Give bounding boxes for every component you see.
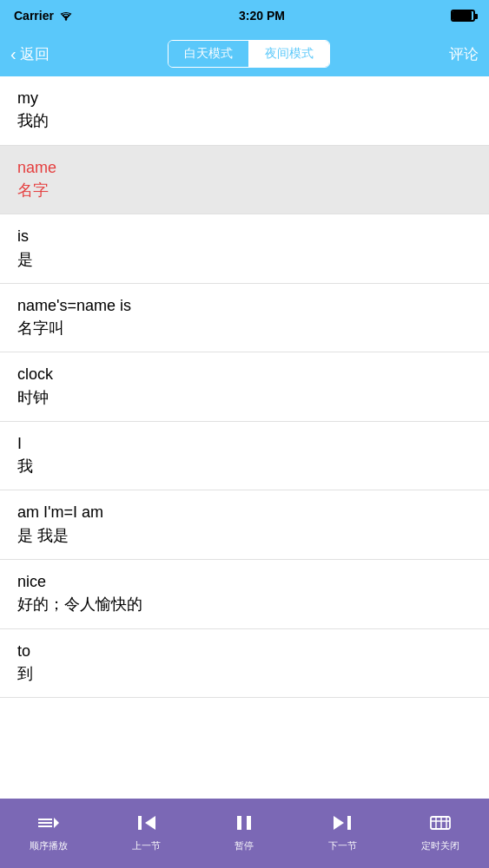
nav-bar: ‹ 返回 白天模式 夜间模式 评论 <box>0 31 489 76</box>
prev-button[interactable]: 上一节 <box>98 814 196 852</box>
vocab-item[interactable]: nice好的；令人愉快的 <box>0 560 489 629</box>
vocab-chinese: 是 <box>17 249 472 271</box>
svg-marker-9 <box>334 816 344 830</box>
timer-close-label: 定时关闭 <box>421 839 459 852</box>
vocab-english: my <box>17 89 472 108</box>
vocab-english: I <box>17 434 472 454</box>
back-button[interactable]: ‹ 返回 <box>10 44 50 64</box>
vocab-chinese: 到 <box>17 663 472 685</box>
vocab-chinese: 我的 <box>17 110 472 132</box>
vocab-item[interactable]: to到 <box>0 629 489 699</box>
vocab-chinese: 名字 <box>17 180 472 201</box>
vocab-chinese: 是 我是 <box>17 525 472 547</box>
vocab-item[interactable]: I我 <box>0 422 489 491</box>
back-label: 返回 <box>20 44 50 64</box>
wifi-icon <box>59 10 73 21</box>
vocab-chinese: 我 <box>17 456 472 477</box>
battery-icon <box>451 10 475 22</box>
vocab-item[interactable]: name's=name is名字叫 <box>0 284 489 353</box>
vocab-item[interactable]: am I'm=I am是 我是 <box>0 490 489 560</box>
sequential-play-icon <box>36 814 61 835</box>
vocab-english: clock <box>17 365 472 385</box>
svg-marker-4 <box>54 818 59 828</box>
day-night-segment: 白天模式 夜间模式 <box>168 40 330 68</box>
pause-label: 暂停 <box>235 839 254 852</box>
timer-close-button[interactable]: 定时关闭 <box>391 814 489 852</box>
svg-point-0 <box>65 18 67 20</box>
timer-close-icon <box>429 814 452 835</box>
vocab-english: to <box>17 641 472 661</box>
vocab-chinese: 时钟 <box>17 387 472 409</box>
next-icon <box>332 814 353 835</box>
status-bar: Carrier 3:20 PM <box>0 0 489 31</box>
pause-button[interactable]: 暂停 <box>195 814 294 852</box>
svg-marker-5 <box>145 816 155 830</box>
svg-rect-6 <box>138 816 142 830</box>
next-label: 下一节 <box>328 839 357 852</box>
vocab-english: name <box>17 158 472 178</box>
time-label: 3:20 PM <box>239 9 285 23</box>
sequential-play-label: 顺序播放 <box>30 839 68 852</box>
vocab-item[interactable]: clock时钟 <box>0 352 489 422</box>
svg-rect-8 <box>247 816 251 830</box>
pause-icon <box>235 814 254 835</box>
vocab-chinese: 好的；令人愉快的 <box>17 594 472 615</box>
next-button[interactable]: 下一节 <box>294 814 392 852</box>
prev-icon <box>136 814 157 835</box>
carrier-label: Carrier <box>14 9 54 23</box>
battery-area <box>451 10 475 22</box>
vocab-english: is <box>17 227 472 247</box>
day-mode-button[interactable]: 白天模式 <box>169 41 249 67</box>
vocab-english: name's=name is <box>17 296 472 316</box>
svg-rect-7 <box>237 816 241 830</box>
prev-label: 上一节 <box>132 839 161 852</box>
vocab-english: nice <box>17 572 472 592</box>
review-button[interactable]: 评论 <box>449 44 479 64</box>
sequential-play-button[interactable]: 顺序播放 <box>0 814 98 852</box>
vocab-english: am I'm=I am <box>17 503 472 523</box>
night-mode-button[interactable]: 夜间模式 <box>249 41 329 67</box>
back-chevron-icon: ‹ <box>10 45 17 62</box>
vocab-item[interactable]: my我的 <box>0 76 489 146</box>
vocab-item[interactable]: name名字 <box>0 146 489 215</box>
vocab-item[interactable]: is是 <box>0 214 489 284</box>
vocab-list: my我的name名字is是name's=name is名字叫clock时钟I我a… <box>0 76 489 799</box>
vocab-chinese: 名字叫 <box>17 318 472 339</box>
svg-rect-10 <box>347 816 351 830</box>
bottom-toolbar: 顺序播放 上一节 暂停 下一节 <box>0 799 489 868</box>
